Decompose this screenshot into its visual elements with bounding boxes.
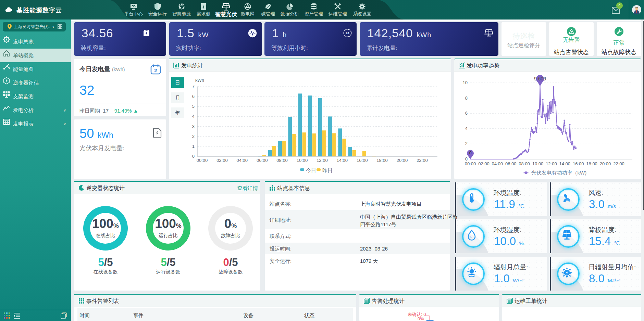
svg-text:20:00: 20:00: [397, 158, 408, 163]
svg-text:4: 4: [465, 126, 468, 131]
svg-text:2: 2: [154, 67, 157, 73]
svg-text:8: 8: [465, 95, 468, 101]
svg-text:00:00: 00:00: [465, 161, 476, 166]
svg-text:04:00: 04:00: [237, 158, 248, 163]
svg-text:10:00: 10:00: [297, 158, 308, 163]
svg-text:22:00: 22:00: [417, 158, 428, 163]
svg-text:kWh: kWh: [195, 78, 204, 83]
svg-text:9.606: 9.606: [534, 76, 546, 81]
svg-text:06:00: 06:00: [257, 158, 268, 163]
svg-text:04:00: 04:00: [492, 161, 503, 166]
svg-text:0: 0: [469, 150, 471, 155]
svg-text:5: 5: [192, 104, 195, 109]
svg-text:24: 24: [346, 31, 349, 35]
svg-text:2: 2: [465, 141, 468, 146]
svg-text:6: 6: [192, 94, 195, 99]
svg-text:14:00: 14:00: [337, 158, 348, 163]
svg-text:14:00: 14:00: [559, 161, 571, 166]
svg-text:08:00: 08:00: [276, 158, 288, 163]
svg-text:06:00: 06:00: [505, 161, 517, 166]
svg-text:0: 0: [192, 154, 195, 159]
svg-text:02:00: 02:00: [216, 158, 228, 163]
svg-text:1: 1: [192, 144, 195, 149]
svg-text:3: 3: [192, 124, 195, 129]
svg-text:12:00: 12:00: [546, 161, 557, 166]
svg-text:18:00: 18:00: [376, 158, 388, 163]
svg-text:00:00: 00:00: [197, 158, 208, 163]
svg-text:08:00: 08:00: [519, 161, 530, 166]
svg-text:昨日: 昨日: [322, 167, 333, 173]
svg-text:12:00: 12:00: [317, 158, 328, 163]
svg-text:0: 0: [465, 156, 468, 162]
svg-text:18:00: 18:00: [586, 161, 597, 166]
svg-text:今日: 今日: [306, 167, 316, 173]
svg-text:4: 4: [192, 114, 195, 119]
svg-text:16:00: 16:00: [357, 158, 368, 163]
svg-text:16:00: 16:00: [573, 161, 584, 166]
svg-text:22:00: 22:00: [613, 161, 624, 166]
svg-text:10:00: 10:00: [532, 161, 544, 166]
svg-text:20:00: 20:00: [600, 161, 611, 166]
svg-text:光伏发电有功功率（kW): 光伏发电有功功率（kW): [531, 170, 587, 176]
svg-text:7: 7: [192, 84, 195, 89]
svg-text:6: 6: [465, 111, 468, 116]
svg-text:02:00: 02:00: [478, 161, 490, 166]
svg-text:2: 2: [192, 134, 195, 139]
svg-text:10: 10: [463, 80, 468, 85]
